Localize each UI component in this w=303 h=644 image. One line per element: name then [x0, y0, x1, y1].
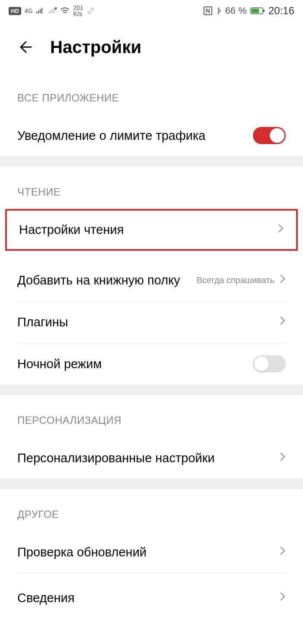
svg-text:×: × — [55, 7, 57, 11]
status-left: HD 4G × 201 K/s — [9, 5, 95, 17]
network-speed: 201 K/s — [73, 5, 83, 17]
row-plugins[interactable]: Плагины — [0, 301, 303, 343]
network-type: 4G — [25, 7, 33, 14]
hd-badge-icon: HD — [9, 7, 21, 15]
clock: 20:16 — [268, 5, 294, 17]
toggle-traffic-notice[interactable] — [253, 127, 286, 144]
page-title: Настройки — [50, 38, 141, 57]
bluetooth-icon — [216, 6, 222, 15]
status-right: N 66 % 20:16 — [204, 5, 294, 17]
header: Настройки — [0, 22, 303, 73]
back-button[interactable] — [17, 37, 38, 57]
link-icon — [87, 7, 95, 15]
toggle-knob — [270, 128, 284, 143]
svg-rect-2 — [263, 9, 265, 12]
signal-icon — [36, 7, 45, 14]
svg-rect-3 — [252, 9, 259, 13]
row-label: Ночной режим — [17, 357, 102, 371]
row-label: Уведомление о лимите трафика — [17, 129, 205, 143]
row-check-updates[interactable]: Проверка обновлений — [0, 531, 303, 573]
row-label: Добавить на книжную полку — [17, 273, 180, 287]
battery-percent: 66 % — [225, 5, 247, 16]
toggle-knob — [254, 357, 269, 371]
section-header-personalization: ПЕРСОНАЛИЗАЦИЯ — [0, 395, 303, 437]
row-reading-settings[interactable]: Настройки чтения — [5, 209, 298, 251]
row-label: Сведения — [17, 591, 74, 605]
section-divider — [0, 479, 303, 489]
battery-icon — [250, 7, 265, 15]
row-personalized-settings[interactable]: Персонализированные настройки — [0, 437, 303, 479]
status-bar: HD 4G × 201 K/s N 66 % 20:16 — [0, 0, 303, 22]
chevron-right-icon — [280, 274, 286, 287]
chevron-right-icon — [280, 451, 286, 465]
section-header-reading: ЧТЕНИЕ — [0, 167, 303, 209]
chevron-right-icon — [278, 223, 284, 237]
row-add-to-shelf[interactable]: Добавить на книжную полку Всегда спрашив… — [0, 259, 303, 301]
row-label: Настройки чтения — [19, 223, 124, 237]
row-label: Проверка обновлений — [17, 545, 147, 559]
signal-secondary-icon: × — [48, 7, 57, 14]
row-traffic-notice[interactable]: Уведомление о лимите трафика — [0, 115, 303, 156]
section-divider — [0, 156, 303, 167]
nfc-icon: N — [204, 6, 212, 15]
section-header-other: ДРУГОЕ — [0, 489, 303, 531]
row-night-mode[interactable]: Ночной режим — [0, 343, 303, 385]
row-about[interactable]: Сведения — [0, 573, 303, 615]
chevron-right-icon — [280, 316, 286, 329]
toggle-night-mode[interactable] — [253, 355, 286, 373]
section-divider — [0, 385, 303, 395]
row-label: Плагины — [17, 315, 68, 329]
section-header-all-app: ВСЕ ПРИЛОЖЕНИЕ — [0, 73, 303, 115]
row-label: Персонализированные настройки — [17, 451, 215, 465]
arrow-left-icon — [18, 38, 37, 57]
wifi-icon — [60, 7, 70, 15]
chevron-right-icon — [280, 591, 286, 605]
row-value: Всегда спрашивать — [197, 275, 274, 285]
chevron-right-icon — [280, 546, 286, 559]
